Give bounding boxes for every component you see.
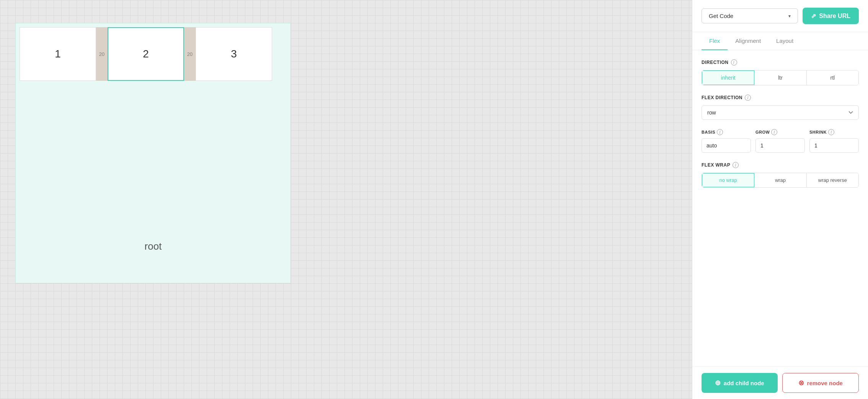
direction-btn-group: inherit ltr rtl [702,70,859,85]
child-box-1[interactable]: 1 [20,27,96,81]
direction-inherit-btn[interactable]: inherit [702,70,754,85]
shrink-input[interactable]: 1 [809,138,859,153]
basis-label: BASIS i [702,129,751,135]
direction-section: DIRECTION i inherit ltr rtl [702,59,859,85]
child-label-3: 3 [231,48,237,60]
shrink-label: SHRINK i [809,129,859,135]
direction-ltr-btn[interactable]: ltr [754,70,806,85]
share-url-button[interactable]: ⇗ Share URL [803,8,859,24]
direction-label: DIRECTION i [702,59,859,65]
tab-layout-label: Layout [776,38,793,44]
wrap-nowrap-btn[interactable]: no wrap [702,173,754,187]
basis-input[interactable]: auto [702,138,751,153]
flex-direction-info-icon[interactable]: i [745,95,751,101]
basis-group: BASIS i auto [702,129,751,153]
remove-node-button[interactable]: ⊗ remove node [782,373,859,393]
flex-wrap-section: FLEX WRAP i no wrap wrap wrap reverse [702,162,859,188]
flex-direction-select[interactable]: row column row-reverse column-reverse [702,105,859,120]
child-label-1: 1 [55,48,61,60]
grow-input[interactable]: 1 [755,138,805,153]
direction-info-icon[interactable]: i [731,59,737,65]
grow-label: GROW i [755,129,805,135]
panel-footer: ⊕ add child node ⊗ remove node [692,366,868,399]
shrink-group: SHRINK i 1 [809,129,859,153]
gap-value-1: 20 [99,51,104,57]
share-icon: ⇗ [811,12,816,20]
chevron-down-icon: ▾ [788,13,791,19]
child-box-3[interactable]: 3 [196,27,272,81]
basis-info-icon[interactable]: i [717,129,723,135]
grow-group: GROW i 1 [755,129,805,153]
child-label-2: 2 [143,48,149,60]
flex-wrap-label: FLEX WRAP i [702,162,859,168]
add-child-button[interactable]: ⊕ add child node [702,373,778,393]
get-code-button[interactable]: Get Code ▾ [702,8,798,23]
flex-values-section: BASIS i auto GROW i 1 SHRINK i 1 [702,129,859,153]
grow-info-icon[interactable]: i [771,129,777,135]
flex-direction-label: FLEX DIRECTION i [702,95,859,101]
canvas-area: 1 20 2 20 3 root [0,0,692,399]
gap-indicator-1: 20 [96,27,108,81]
flex-direction-section: FLEX DIRECTION i row column row-reverse … [702,95,859,129]
remove-node-icon: ⊗ [798,379,804,387]
wrap-reverse-btn[interactable]: wrap reverse [807,173,858,187]
wrap-wrap-btn[interactable]: wrap [754,173,806,187]
tab-alignment-label: Alignment [735,38,761,44]
panel-content: DIRECTION i inherit ltr rtl FLEX DIRECTI… [692,50,868,366]
tab-alignment[interactable]: Alignment [728,32,768,50]
gap-indicator-2: 20 [184,27,196,81]
tabs: Flex Alignment Layout [692,32,868,50]
add-child-icon: ⊕ [715,379,721,387]
flex-row: 1 20 2 20 3 [16,23,290,81]
root-box[interactable]: 1 20 2 20 3 root [15,23,291,283]
shrink-info-icon[interactable]: i [828,129,834,135]
root-label: root [145,240,162,252]
tab-flex[interactable]: Flex [702,32,728,50]
tab-layout[interactable]: Layout [768,32,801,50]
flex-wrap-info-icon[interactable]: i [733,162,739,168]
tab-flex-label: Flex [709,38,720,44]
panel-header: Get Code ▾ ⇗ Share URL [692,0,868,32]
gap-value-2: 20 [187,51,193,57]
remove-node-label: remove node [807,380,843,386]
add-child-label: add child node [724,380,764,386]
right-panel: Get Code ▾ ⇗ Share URL Flex Alignment La… [692,0,868,399]
share-url-label: Share URL [819,13,850,20]
get-code-label: Get Code [709,13,733,19]
child-box-2[interactable]: 2 [108,27,184,81]
flex-wrap-btn-group: no wrap wrap wrap reverse [702,173,859,188]
direction-rtl-btn[interactable]: rtl [807,70,858,85]
